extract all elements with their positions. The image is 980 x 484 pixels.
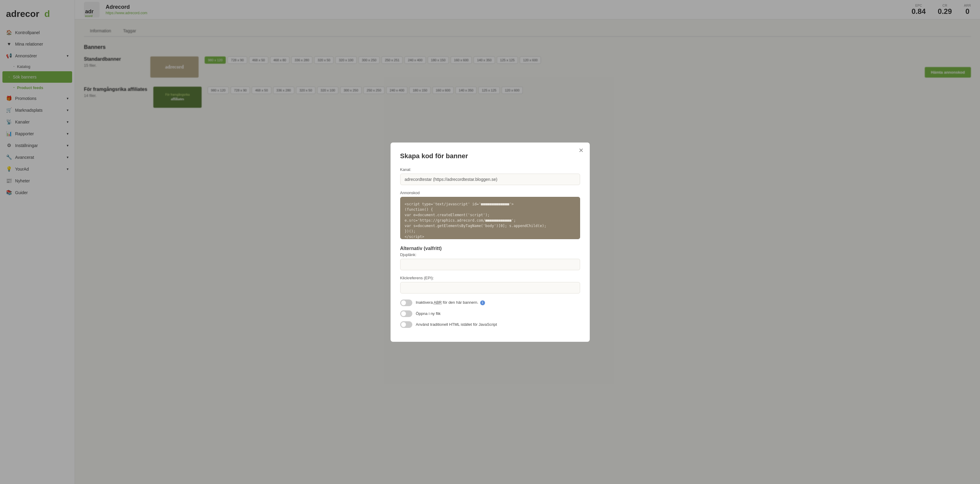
annonskod-label: Annonskod (400, 191, 580, 195)
toggle-row-1: Inaktivera ABR för den här bannern. i (400, 299, 580, 306)
toggle-row-2: Öppna i ny flik (400, 310, 580, 317)
toggle-abr[interactable] (400, 299, 412, 306)
toggle-1-label: Inaktivera ABR för den här bannern. i (416, 300, 485, 305)
toggle-row-3: Använd traditionell HTML istället för Ja… (400, 321, 580, 328)
modal-close-button[interactable]: ✕ (579, 147, 584, 153)
toggle-2-label: Öppna i ny flik (416, 311, 441, 316)
klickreferens-input[interactable] (400, 282, 580, 293)
alternativ-title: Alternativ (valfritt) (400, 246, 580, 251)
toggle-html[interactable] (400, 321, 412, 328)
modal-overlay[interactable]: Skapa kod för banner ✕ Kanal: Annonskod … (0, 0, 980, 484)
toggle-3-label: Använd traditionell HTML istället för Ja… (416, 322, 497, 327)
main-content: adr ecord Adrecord https://www.adrecord.… (75, 0, 980, 484)
kanal-label: Kanal: (400, 167, 580, 172)
info-icon[interactable]: i (480, 301, 485, 305)
annonskod-textarea[interactable] (400, 197, 580, 239)
djuplank-input[interactable] (400, 259, 580, 270)
klickreferens-label: Klickreferens (EPI): (400, 275, 580, 280)
create-code-modal: Skapa kod för banner ✕ Kanal: Annonskod … (391, 143, 590, 342)
kanal-input[interactable] (400, 174, 580, 185)
djuplank-label: Djuplänk: (400, 252, 580, 257)
toggle-new-tab[interactable] (400, 310, 412, 317)
modal-title: Skapa kod för banner (400, 152, 580, 160)
